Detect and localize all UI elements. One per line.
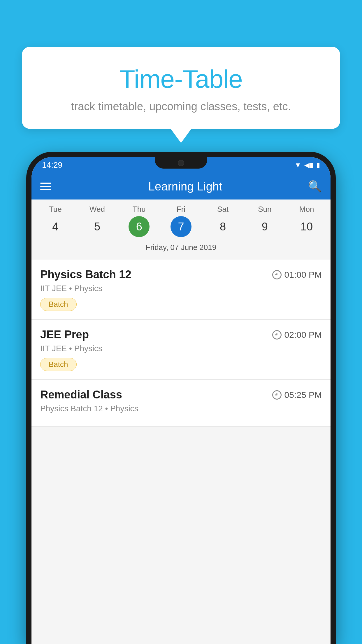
day-name: Thu bbox=[133, 205, 146, 214]
schedule-time: 05:25 PM bbox=[272, 390, 322, 400]
bubble-subtitle: track timetable, upcoming classes, tests… bbox=[36, 100, 326, 113]
batch-badge: Batch bbox=[40, 358, 77, 371]
schedule-meta: Physics Batch 12 • Physics bbox=[40, 404, 322, 413]
schedule-meta: IIT JEE • Physics bbox=[40, 284, 322, 293]
signal-icon: ◀▮ bbox=[304, 161, 313, 169]
calendar-strip: Tue4Wed5Thu6Fri7Sat8Sun9Mon10 Friday, 07… bbox=[31, 200, 331, 260]
calendar-divider bbox=[31, 257, 331, 257]
day-number[interactable]: 9 bbox=[254, 216, 275, 237]
day-number[interactable]: 4 bbox=[45, 216, 66, 237]
day-number[interactable]: 5 bbox=[87, 216, 108, 237]
app-bar: Learning Light 🔍 bbox=[31, 173, 331, 200]
status-icons: ▼ ◀▮ ▮ bbox=[294, 161, 320, 169]
time-value: 02:00 PM bbox=[284, 330, 322, 340]
day-number[interactable]: 7 bbox=[171, 216, 191, 237]
time-value: 01:00 PM bbox=[284, 270, 322, 280]
phone-notch bbox=[155, 157, 207, 169]
search-icon[interactable]: 🔍 bbox=[308, 180, 322, 193]
schedule-time: 02:00 PM bbox=[272, 330, 322, 340]
day-cell-fri[interactable]: Fri7 bbox=[164, 205, 198, 237]
wifi-icon: ▼ bbox=[294, 161, 301, 169]
day-name: Mon bbox=[299, 205, 314, 214]
date-label: Friday, 07 June 2019 bbox=[31, 241, 331, 257]
schedule-time: 01:00 PM bbox=[272, 270, 322, 280]
day-cell-sun[interactable]: Sun9 bbox=[247, 205, 282, 237]
day-cell-tue[interactable]: Tue4 bbox=[38, 205, 73, 237]
schedule-meta: IIT JEE • Physics bbox=[40, 344, 322, 353]
day-number[interactable]: 6 bbox=[129, 216, 150, 237]
menu-icon[interactable] bbox=[40, 183, 51, 190]
battery-icon: ▮ bbox=[316, 161, 320, 169]
day-cell-mon[interactable]: Mon10 bbox=[289, 205, 324, 237]
day-name: Tue bbox=[49, 205, 62, 214]
schedule-item[interactable]: Remedial Class 05:25 PM Physics Batch 12… bbox=[31, 380, 331, 427]
speech-bubble: Time-Table track timetable, upcoming cla… bbox=[22, 47, 340, 129]
schedule-item[interactable]: JEE Prep 02:00 PM IIT JEE • Physics Batc… bbox=[31, 320, 331, 380]
schedule-title: JEE Prep bbox=[40, 328, 89, 341]
clock-icon bbox=[272, 270, 282, 279]
clock-icon bbox=[272, 330, 282, 340]
phone-screen: 14:29 ▼ ◀▮ ▮ Learning Light 🔍 Tue4Wed5Th… bbox=[31, 157, 331, 644]
phone-camera bbox=[178, 160, 184, 166]
day-name: Fri bbox=[177, 205, 185, 214]
day-name: Sat bbox=[217, 205, 229, 214]
time-value: 05:25 PM bbox=[284, 390, 322, 400]
status-time: 14:29 bbox=[42, 160, 62, 170]
days-row: Tue4Wed5Thu6Fri7Sat8Sun9Mon10 bbox=[31, 205, 331, 237]
day-name: Wed bbox=[89, 205, 105, 214]
schedule-item-header: JEE Prep 02:00 PM bbox=[40, 328, 322, 341]
bubble-title: Time-Table bbox=[36, 64, 326, 94]
day-cell-wed[interactable]: Wed5 bbox=[80, 205, 115, 237]
day-number[interactable]: 10 bbox=[296, 216, 317, 237]
schedule-item-header: Physics Batch 12 01:00 PM bbox=[40, 268, 322, 281]
day-cell-thu[interactable]: Thu6 bbox=[122, 205, 157, 237]
schedule-title: Remedial Class bbox=[40, 388, 122, 401]
day-cell-sat[interactable]: Sat8 bbox=[205, 205, 240, 237]
clock-icon bbox=[272, 390, 282, 400]
day-number[interactable]: 8 bbox=[212, 216, 233, 237]
day-name: Sun bbox=[258, 205, 271, 214]
schedule-title: Physics Batch 12 bbox=[40, 268, 131, 281]
app-title: Learning Light bbox=[60, 180, 310, 193]
phone-frame: 14:29 ▼ ◀▮ ▮ Learning Light 🔍 Tue4Wed5Th… bbox=[26, 152, 336, 644]
schedule-item-header: Remedial Class 05:25 PM bbox=[40, 388, 322, 401]
schedule-list: Physics Batch 12 01:00 PM IIT JEE • Phys… bbox=[31, 260, 331, 427]
batch-badge: Batch bbox=[40, 298, 77, 311]
schedule-item[interactable]: Physics Batch 12 01:00 PM IIT JEE • Phys… bbox=[31, 260, 331, 320]
